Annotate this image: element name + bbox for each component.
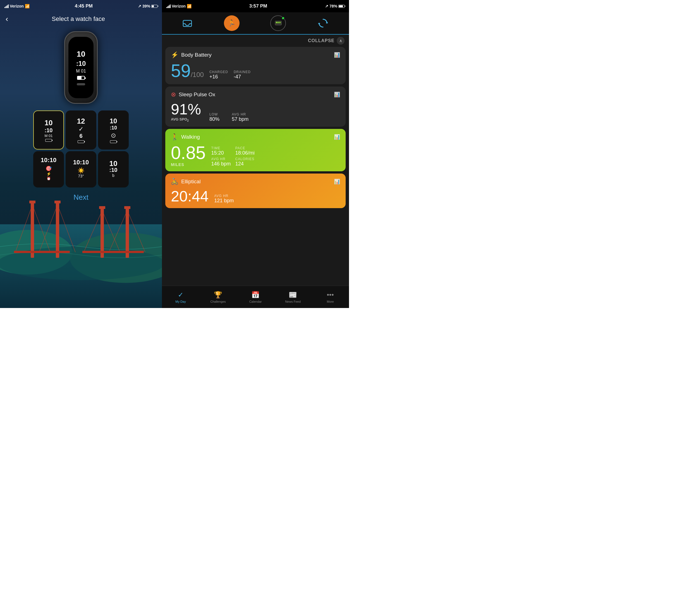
nav-challenges[interactable]: 🏆 Challenges [207, 291, 229, 303]
svg-marker-15 [326, 22, 328, 23]
right-signal-icon [166, 4, 171, 8]
walking-title-row: 🚶 Walking [171, 133, 200, 141]
spo2-avghr-value: 57 bpm [232, 116, 249, 122]
elliptical-title-row: 🚴 Elliptical [171, 178, 201, 185]
face1-battery [45, 139, 52, 142]
collapse-row: COLLAPSE ∧ [162, 34, 349, 47]
walking-pace-row: PACE 18:06/mi [235, 146, 255, 156]
walking-avghr-label: AVG HR [211, 157, 231, 161]
face3-time2: :10 [110, 125, 117, 131]
walking-content: 0.85 MILES TIME 15:20 PACE 18:06/mi AVG … [171, 144, 340, 167]
face-item-4[interactable]: 10:10 🎯 ⚡ ⏰ [33, 151, 64, 187]
elliptical-chart-icon[interactable]: 📊 [334, 178, 340, 185]
walking-header: 🚶 Walking 📊 [171, 133, 340, 141]
nav-more[interactable]: ••• More [319, 291, 341, 303]
collapse-label: COLLAPSE [308, 38, 334, 43]
charged-row: CHARGED +16 [209, 70, 228, 80]
body-battery-denom: 100 [193, 71, 204, 78]
face1-time1: 10 [45, 118, 53, 127]
more-icon: ••• [327, 291, 334, 299]
face-item-3[interactable]: 10 :10 ⊙ [98, 111, 129, 149]
nav-device[interactable]: 📟 [270, 15, 286, 31]
right-battery: ↗ 78% [325, 4, 345, 9]
next-button[interactable]: Next [73, 193, 88, 202]
face6-extra: b [112, 173, 114, 178]
challenges-icon: 🏆 [214, 291, 222, 299]
top-nav: 🏃 📟 [162, 12, 349, 34]
nav-sync[interactable] [317, 17, 329, 29]
left-battery: ↗ 39% [138, 4, 157, 9]
face5-sun: ☀️ [78, 167, 85, 174]
svg-marker-16 [318, 23, 320, 25]
sleep-pulse-icon: ⊗ [171, 91, 176, 98]
walking-time-label: TIME [211, 146, 231, 150]
face2-check: ✓ [79, 126, 83, 133]
svg-rect-13 [124, 206, 130, 209]
watch-screen: 10 :10 M 01 [68, 37, 94, 98]
left-time: 4:45 PM [75, 3, 93, 9]
walking-avghr-value: 146 bpm [211, 161, 231, 167]
battery-bar-icon [151, 5, 157, 8]
more-label: More [327, 300, 334, 303]
elliptical-icon: 🚴 [171, 178, 178, 185]
nav-my-day[interactable]: ✓ My Day [169, 291, 192, 303]
device-circle: 📟 [270, 15, 286, 31]
nav-news-feed[interactable]: 📰 News Feed [282, 291, 304, 303]
spo2-label: AVG SPO2 [171, 117, 201, 122]
nav-calendar[interactable]: 📅 Calendar [244, 291, 267, 303]
face3-battery [110, 140, 117, 143]
back-button[interactable]: ‹ [5, 15, 8, 24]
spo2-avghr-row: AVG HR 57 bpm [232, 112, 249, 122]
drained-label: DRAINED [234, 70, 252, 74]
sleep-pulse-chart-icon[interactable]: 📊 [334, 91, 340, 98]
sleep-pulse-header: ⊗ Sleep Pulse Ox 📊 [171, 91, 340, 98]
walking-pace-value: 18:06/mi [235, 150, 255, 156]
spo2-low-row: LOW 80% [209, 112, 226, 122]
challenges-label: Challenges [210, 300, 226, 303]
nav-inbox[interactable] [182, 18, 193, 29]
watch-btn [77, 83, 85, 85]
walking-chart-icon[interactable]: 📊 [334, 134, 340, 140]
spo2-value: 91% [171, 102, 201, 117]
walking-time-value: 15:20 [211, 150, 231, 156]
svg-rect-11 [54, 201, 60, 203]
sleep-pulse-title: Sleep Pulse Ox [179, 91, 215, 98]
news-feed-icon: 📰 [289, 291, 297, 299]
walking-value-col: 0.85 MILES [171, 144, 206, 167]
watch-date: M 01 [76, 69, 86, 74]
right-carrier: Verizon 📶 [166, 4, 192, 9]
watch-outer: 10 :10 M 01 [64, 31, 98, 104]
watch-time-big: 10 [76, 50, 85, 59]
walking-calories-row: CALORIES 124 [235, 157, 255, 167]
elliptical-title: Elliptical [181, 178, 201, 185]
my-day-icon: ✓ [178, 291, 183, 299]
calendar-icon: 📅 [251, 291, 260, 299]
right-battery-fill [339, 5, 343, 7]
location-icon: ↗ [138, 4, 141, 9]
face2-time: 12 [77, 117, 85, 126]
wifi-icon: 📶 [25, 4, 30, 9]
body-battery-title-row: ⚡ Body Battery [171, 51, 212, 59]
elliptical-avghr-label: AVG HR [214, 194, 234, 198]
collapse-button[interactable]: COLLAPSE ∧ [308, 37, 345, 45]
sleep-pulse-card: ⊗ Sleep Pulse Ox 📊 91% AVG SPO2 LOW 80% … [165, 86, 346, 127]
nav-avatar[interactable]: 🏃 [224, 15, 240, 31]
elliptical-header: 🚴 Elliptical 📊 [171, 178, 340, 185]
face-item-5[interactable]: 10:10 ☀️ 73° [66, 151, 96, 187]
walking-calories-value: 124 [235, 161, 255, 167]
face1-time2: :10 [45, 127, 53, 134]
inbox-icon [182, 18, 193, 29]
body-battery-chart-icon[interactable]: 📊 [334, 52, 340, 58]
battery-fill [152, 5, 154, 7]
face-item-6[interactable]: 10 :10 b [98, 151, 129, 187]
walking-unit: MILES [171, 162, 206, 167]
device-icon: 📟 [275, 19, 282, 27]
elliptical-card: 🚴 Elliptical 📊 20:44 AVG HR 121 bpm [165, 173, 346, 208]
sync-icon [317, 17, 329, 29]
face-item-1[interactable]: 10 :10 M 01 [33, 111, 64, 149]
face-item-2[interactable]: 12 ✓ 6 [66, 111, 96, 149]
right-scroll[interactable]: ⚡ Body Battery 📊 59/100 CHARGED +16 DRAI… [162, 47, 349, 286]
walking-card: 🚶 Walking 📊 0.85 MILES TIME 15:20 PACE [165, 129, 346, 171]
avatar-emoji: 🏃 [228, 19, 235, 27]
right-wifi-icon: 📶 [187, 4, 192, 9]
